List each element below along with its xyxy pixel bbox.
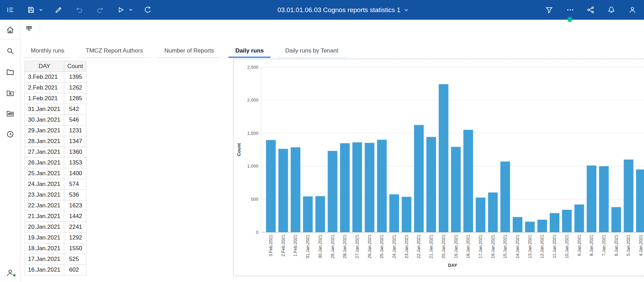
table-row[interactable]: 24.Jan.2021574 bbox=[25, 179, 86, 190]
bar-1.Feb.2021[interactable] bbox=[291, 147, 300, 232]
bar-10.Jan.2021[interactable] bbox=[562, 210, 572, 232]
column-header-day[interactable]: DAY bbox=[25, 61, 64, 72]
table-row[interactable]: 25.Jan.20211400 bbox=[25, 168, 86, 179]
tab-number-of-reports[interactable]: Number of Reports bbox=[158, 44, 221, 58]
bar-23.Jan.2021[interactable] bbox=[402, 197, 411, 232]
widget-button[interactable] bbox=[23, 23, 35, 35]
table-row[interactable]: 16.Jan.2021602 bbox=[25, 265, 86, 275]
bar-12.Jan.2021[interactable] bbox=[537, 220, 547, 232]
bar-3.Feb.2021[interactable] bbox=[266, 140, 276, 232]
bar-20.Jan.2021[interactable] bbox=[439, 84, 448, 232]
table-row[interactable]: 26.Jan.20211353 bbox=[25, 158, 86, 168]
sidebar-item-home[interactable] bbox=[4, 24, 16, 36]
sidebar-item-my-content[interactable] bbox=[4, 66, 16, 78]
open-menu-button[interactable] bbox=[4, 4, 17, 16]
sidebar-item-search[interactable] bbox=[4, 45, 16, 57]
cell-count[interactable]: 1347 bbox=[64, 136, 86, 147]
more-options-button[interactable] bbox=[564, 4, 576, 16]
save-options-button[interactable] bbox=[37, 4, 45, 16]
tab-tmcz-report-authors[interactable]: TMCZ Report Authors bbox=[79, 44, 150, 58]
table-row[interactable]: 31.Jan.2021542 bbox=[25, 104, 86, 115]
cell-count[interactable]: 1550 bbox=[64, 243, 86, 254]
bar-29.Jan.2021[interactable] bbox=[328, 151, 338, 232]
cell-day[interactable]: 17.Jan.2021 bbox=[25, 254, 64, 265]
table-row[interactable]: 28.Jan.20211347 bbox=[25, 136, 86, 147]
bar-18.Jan.2021[interactable] bbox=[463, 130, 473, 232]
cell-day[interactable]: 31.Jan.2021 bbox=[25, 104, 64, 115]
cell-day[interactable]: 23.Jan.2021 bbox=[25, 190, 64, 200]
tab-daily-runs-by-tenant[interactable]: Daily runs by Tenant bbox=[278, 44, 345, 58]
cell-day[interactable]: 16.Jan.2021 bbox=[25, 265, 64, 275]
bar-15.Jan.2021[interactable] bbox=[500, 161, 510, 232]
daily-runs-chart-widget[interactable]: 05001,0001,5002,0002,5003.Feb.20212.Feb.… bbox=[233, 59, 644, 276]
cell-count[interactable]: 1395 bbox=[64, 72, 86, 83]
cell-day[interactable]: 29.Jan.2021 bbox=[25, 125, 64, 136]
table-row[interactable]: 27.Jan.20211360 bbox=[25, 147, 86, 158]
redo-button[interactable] bbox=[94, 4, 106, 16]
undo-button[interactable] bbox=[73, 4, 85, 16]
bar-31.Jan.2021[interactable] bbox=[303, 196, 313, 232]
table-row[interactable]: 3.Feb.20211395 bbox=[25, 72, 86, 83]
cell-count[interactable]: 1285 bbox=[64, 93, 86, 104]
sidebar-item-recent[interactable] bbox=[4, 128, 16, 140]
bar-28.Jan.2021[interactable] bbox=[340, 143, 350, 232]
bar-8.Jan.2021[interactable] bbox=[587, 166, 596, 232]
cell-day[interactable]: 20.Jan.2021 bbox=[25, 222, 64, 233]
cell-count[interactable]: 1400 bbox=[64, 168, 86, 179]
table-row[interactable]: 18.Jan.20211550 bbox=[25, 243, 86, 254]
cell-count[interactable]: 525 bbox=[64, 254, 86, 265]
bar-13.Jan.2021[interactable] bbox=[525, 222, 535, 232]
bar-2.Feb.2021[interactable] bbox=[278, 149, 288, 232]
bar-17.Jan.2021[interactable] bbox=[476, 198, 485, 232]
filter-button[interactable] bbox=[543, 4, 555, 16]
bar-16.Jan.2021[interactable] bbox=[488, 192, 498, 232]
run-options-button[interactable] bbox=[126, 4, 135, 16]
sidebar-item-shared-content[interactable] bbox=[4, 87, 16, 99]
account-button[interactable] bbox=[626, 4, 638, 16]
cell-day[interactable]: 21.Jan.2021 bbox=[25, 211, 64, 222]
table-row[interactable]: 2.Feb.20211262 bbox=[25, 83, 86, 93]
run-button[interactable] bbox=[114, 4, 127, 16]
bar-6.Jan.2021[interactable] bbox=[612, 207, 621, 232]
bar-19.Jan.2021[interactable] bbox=[451, 147, 461, 232]
table-row[interactable]: 30.Jan.2021546 bbox=[25, 115, 86, 125]
cell-count[interactable]: 1442 bbox=[64, 211, 86, 222]
cell-count[interactable]: 574 bbox=[64, 179, 86, 190]
table-row[interactable]: 19.Jan.20211292 bbox=[25, 233, 86, 243]
table-row[interactable]: 20.Jan.20212241 bbox=[25, 222, 86, 233]
table-row[interactable]: 21.Jan.20211442 bbox=[25, 211, 86, 222]
bar-11.Jan.2021[interactable] bbox=[550, 213, 559, 232]
cell-day[interactable]: 28.Jan.2021 bbox=[25, 136, 64, 147]
bar-5.Jan.2021[interactable] bbox=[624, 160, 633, 232]
cell-count[interactable]: 1360 bbox=[64, 147, 86, 158]
cell-day[interactable]: 30.Jan.2021 bbox=[25, 115, 64, 125]
cell-day[interactable]: 19.Jan.2021 bbox=[25, 233, 64, 243]
cell-count[interactable]: 1623 bbox=[64, 200, 86, 211]
save-button[interactable] bbox=[25, 4, 37, 16]
column-header-count[interactable]: Count bbox=[64, 61, 86, 72]
cell-count[interactable]: 1353 bbox=[64, 158, 86, 168]
cell-count[interactable]: 2241 bbox=[64, 222, 86, 233]
table-row[interactable]: 29.Jan.20211231 bbox=[25, 125, 86, 136]
cell-count[interactable]: 1292 bbox=[64, 233, 86, 243]
runs-table[interactable]: DAYCount3.Feb.202113952.Feb.202112621.Fe… bbox=[25, 61, 86, 275]
cell-count[interactable]: 542 bbox=[64, 104, 86, 115]
cell-count[interactable]: 602 bbox=[64, 265, 86, 275]
cell-count[interactable]: 546 bbox=[64, 115, 86, 125]
table-row[interactable]: 17.Jan.2021525 bbox=[25, 254, 86, 265]
notifications-button[interactable] bbox=[605, 4, 617, 16]
cell-day[interactable]: 26.Jan.2021 bbox=[25, 158, 64, 168]
bar-27.Jan.2021[interactable] bbox=[352, 142, 362, 232]
bar-30.Jan.2021[interactable] bbox=[315, 196, 325, 232]
cell-count[interactable]: 1262 bbox=[64, 83, 86, 93]
cell-count[interactable]: 536 bbox=[64, 190, 86, 200]
table-row[interactable]: 23.Jan.2021536 bbox=[25, 190, 86, 200]
tab-monthly-runs[interactable]: Monthly runs bbox=[24, 44, 71, 58]
cell-day[interactable]: 3.Feb.2021 bbox=[25, 72, 64, 83]
cell-day[interactable]: 25.Jan.2021 bbox=[25, 168, 64, 179]
bar-7.Jan.2021[interactable] bbox=[599, 166, 609, 232]
bar-26.Jan.2021[interactable] bbox=[365, 143, 375, 232]
cell-count[interactable]: 1231 bbox=[64, 125, 86, 136]
refresh-button[interactable] bbox=[141, 4, 154, 16]
bar-4.Jan.2021[interactable] bbox=[636, 169, 644, 232]
